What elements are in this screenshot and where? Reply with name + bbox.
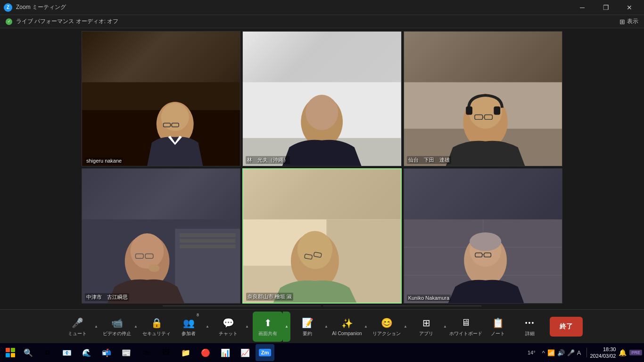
meeting-toolbar: 🎤 ミュート ▲ 📹 ビデオの停止 ▲ 🔒 セキュリティ 👥 8 参加者 ▲ (0, 309, 644, 343)
network-icon[interactable]: 📶 (546, 349, 556, 356)
titlebar-left: Z Zoom ミーティング (4, 3, 66, 12)
search-button[interactable]: 🔍 (20, 344, 37, 361)
chat-button[interactable]: 💬 チャット (213, 312, 243, 342)
news-icon: 📰 (122, 348, 131, 357)
clock-date: 2024/03/02 (590, 353, 616, 359)
more-group[interactable]: ••• 詳細 (514, 312, 546, 342)
end-meeting-button[interactable]: 終了 (550, 317, 583, 337)
reaction-button[interactable]: 😊 リアクション (372, 312, 402, 342)
whiteboard-label: ホワイトボード (449, 330, 482, 337)
whiteboard-icon: 🖥 (459, 316, 472, 329)
taskbar-app-store[interactable]: 🛍 (137, 344, 156, 361)
start-button[interactable] (2, 344, 19, 361)
participants-arrow[interactable]: ▲ (204, 312, 211, 342)
system-clock[interactable]: 18:30 2024/03/02 (590, 346, 616, 360)
taskbar-app-news[interactable]: 📰 (117, 344, 136, 361)
summary-arrow[interactable]: ▲ (322, 312, 330, 342)
notes-label: ノート (491, 330, 505, 337)
security-button[interactable]: 🔒 セキュリティ (141, 312, 172, 342)
taskbar-app-zoom[interactable]: Zm (256, 344, 274, 361)
participants-button[interactable]: 👥 8 参加者 (173, 312, 204, 342)
maximize-button[interactable]: ❐ (595, 0, 617, 15)
summary-button[interactable]: 📝 要約 (292, 312, 322, 342)
mute-arrow[interactable]: ▲ (92, 312, 100, 342)
share-group[interactable]: ⬆ 画面共有 ▲ (252, 312, 291, 342)
mic-system-icon[interactable]: 🎤 (566, 349, 576, 356)
chat-arrow[interactable]: ▲ (243, 312, 251, 342)
video-cell-oku[interactable]: Nobuyuki Oku (323, 305, 481, 306)
photos-icon: 🖼 (162, 348, 170, 357)
video-button[interactable]: 📹 ビデオの停止 (102, 312, 132, 342)
notes-button[interactable]: 📋 ノート (483, 312, 513, 342)
clock-time: 18:30 (590, 346, 616, 353)
taskbar-app-powerpoint[interactable]: 📊 (216, 344, 235, 361)
more-label: 詳細 (525, 330, 535, 337)
chat-icon: 💬 (222, 316, 235, 329)
task-view-button[interactable]: ⧉ (38, 344, 57, 361)
search-icon: 🔍 (24, 348, 33, 357)
security-icon: 🔒 (150, 316, 163, 329)
apps-button[interactable]: ⊞ アプリ (411, 312, 441, 342)
video-arrow[interactable]: ▲ (132, 312, 140, 342)
ime-icon[interactable]: A (576, 349, 582, 356)
taskbar-app-excel[interactable]: 📈 (236, 344, 255, 361)
apps-group[interactable]: ⊞ アプリ ▲ (410, 312, 450, 342)
grid-view-icon: ⊞ (619, 18, 625, 25)
chevron-icon[interactable]: ^ (541, 349, 546, 356)
video-cell-shigeru[interactable]: shigeru nakane (82, 31, 240, 166)
ai-arrow[interactable]: ▲ (362, 312, 370, 342)
minimize-button[interactable]: ─ (571, 0, 593, 15)
video-group[interactable]: 📹 ビデオの停止 ▲ (101, 312, 140, 342)
ai-button[interactable]: ✨ AI Companion (332, 312, 362, 342)
mute-button[interactable]: 🎤 ミュート (62, 312, 92, 342)
participant-name-shimoda: 仙台 下田 達雄 (407, 156, 451, 164)
video-cell-higaki[interactable]: 奈良郡山市 檜垣 淑 (242, 168, 401, 304)
video-cell-kuniko[interactable]: Kuniko Nakamura (404, 168, 562, 304)
participants-group[interactable]: 👥 8 参加者 ▲ (173, 312, 212, 342)
close-button[interactable]: ✕ (619, 0, 640, 15)
status-text: ライブ パフォーマンス オーディオ: オフ (16, 17, 118, 25)
video-cell-endo[interactable]: 義明 遠藤 (163, 305, 321, 306)
apps-arrow[interactable]: ▲ (441, 312, 449, 342)
summary-group[interactable]: 📝 要約 ▲ (291, 312, 331, 342)
volume-icon[interactable]: 🔊 (556, 349, 566, 356)
pre-badge: PRE (629, 350, 642, 355)
security-label: セキュリティ (142, 330, 171, 337)
participants-label: 参加者 (182, 330, 196, 337)
notes-group[interactable]: 📋 ノート (482, 312, 514, 342)
reaction-group[interactable]: 😊 リアクション ▲ (371, 312, 410, 342)
zoom-icon: Zm (259, 349, 272, 356)
taskbar-apps: 📧 🌊 📬 📰 🛍 🖼 📁 🔴 📊 📈 Zm (58, 344, 274, 361)
notification-bell[interactable]: 🔔 (618, 348, 627, 357)
view-button[interactable]: ⊞ 表示 (619, 17, 638, 25)
video-cell-furuie[interactable]: 中津市 古江瞬思 (82, 168, 240, 304)
video-cell-hayashi[interactable]: 林 光夫（沖縄） (242, 31, 401, 166)
mute-group[interactable]: 🎤 ミュート ▲ (61, 312, 101, 342)
window-controls[interactable]: ─ ❐ ✕ (571, 0, 640, 15)
whiteboard-group[interactable]: 🖥 ホワイトボード (450, 312, 482, 342)
explorer-icon: 📁 (181, 348, 190, 357)
taskbar-app-mail[interactable]: 📧 (58, 344, 76, 361)
svg-point-27 (131, 233, 164, 269)
taskbar-app-outlook[interactable]: 📬 (97, 344, 116, 361)
chat-group[interactable]: 💬 チャット ▲ (212, 312, 252, 342)
zoom-app-icon: Z (4, 3, 12, 12)
ai-group[interactable]: ✨ AI Companion ▲ (331, 312, 371, 342)
reaction-icon: 😊 (380, 316, 393, 329)
share-arrow[interactable]: ▲ (283, 312, 290, 342)
security-group[interactable]: 🔒 セキュリティ (140, 312, 173, 342)
share-button[interactable]: ⬆ 画面共有 (253, 312, 283, 342)
end-label: 終了 (560, 322, 573, 331)
taskbar-app-explorer[interactable]: 📁 (176, 344, 195, 361)
taskbar-app-photos[interactable]: 🖼 (157, 344, 175, 361)
mail-icon: 📧 (62, 348, 72, 357)
video-cell-shimoda[interactable]: 仙台 下田 達雄 (404, 31, 562, 166)
more-button[interactable]: ••• 詳細 (515, 312, 545, 342)
reaction-arrow[interactable]: ▲ (402, 312, 409, 342)
svg-rect-16 (466, 107, 472, 115)
whiteboard-button[interactable]: 🖥 ホワイトボード (451, 312, 481, 342)
status-bar: ✓ ライブ パフォーマンス オーディオ: オフ ⊞ 表示 (0, 15, 644, 28)
taskbar-app-edge2[interactable]: 🔴 (196, 344, 215, 361)
svg-point-30 (149, 264, 160, 272)
taskbar-app-edge[interactable]: 🌊 (77, 344, 96, 361)
